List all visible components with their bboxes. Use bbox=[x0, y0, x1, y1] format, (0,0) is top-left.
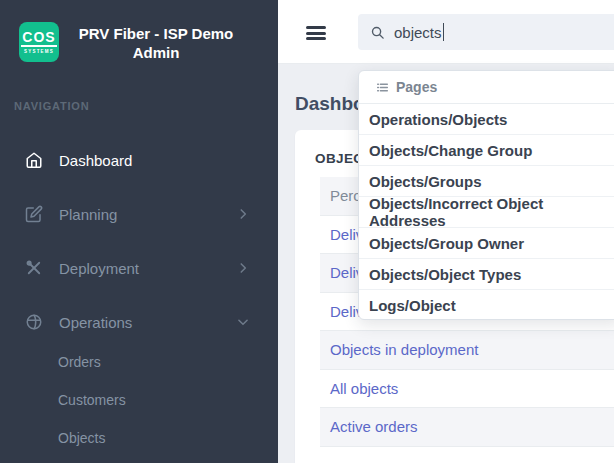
logo-subtext: SYSTEMS bbox=[24, 49, 54, 54]
sidebar-item-dashboard[interactable]: Dashboard bbox=[0, 133, 278, 187]
topbar: objects bbox=[278, 0, 614, 64]
sidebar-subitem-orders[interactable]: Orders bbox=[0, 343, 278, 381]
sidebar-item-label: Dashboard bbox=[59, 152, 132, 169]
table-row[interactable]: All objects bbox=[320, 370, 614, 409]
app-title: PRV Fiber - ISP Demo Admin bbox=[62, 24, 250, 62]
row-link[interactable]: Active orders bbox=[330, 418, 418, 435]
dropdown-header: Pages bbox=[359, 71, 614, 104]
app-window: COS SYSTEMS PRV Fiber - ISP Demo Admin N… bbox=[0, 0, 614, 463]
menu-toggle-icon[interactable] bbox=[306, 26, 326, 40]
chevron-right-icon bbox=[236, 261, 250, 275]
tools-icon bbox=[25, 259, 43, 277]
sidebar-subitem-customers[interactable]: Customers bbox=[0, 381, 278, 419]
globe-icon bbox=[25, 313, 43, 331]
sidebar-item-label: Deployment bbox=[59, 260, 139, 277]
table-row[interactable]: Objects in deployment bbox=[320, 331, 614, 370]
search-results-dropdown: Pages Operations/Objects Objects/Change … bbox=[358, 70, 614, 320]
sidebar-subitem-label: Orders bbox=[58, 354, 101, 370]
sidebar-subitem-label: Objects bbox=[58, 430, 105, 446]
search-result-item[interactable]: Logs/Object bbox=[359, 290, 614, 321]
list-icon bbox=[376, 81, 389, 94]
sidebar-item-label: Planning bbox=[59, 206, 117, 223]
sidebar-item-planning[interactable]: Planning bbox=[0, 187, 278, 241]
sidebar-item-label: Operations bbox=[59, 314, 132, 331]
search-value: objects bbox=[394, 24, 442, 41]
sidebar-item-deployment[interactable]: Deployment bbox=[0, 241, 278, 295]
row-label: Perc bbox=[330, 187, 361, 204]
search-result-item[interactable]: Objects/Groups bbox=[359, 166, 614, 197]
sidebar-subitem-label: Customers bbox=[58, 392, 126, 408]
nav-section-label: NAVIGATION bbox=[14, 100, 89, 112]
search-result-item[interactable]: Operations/Objects bbox=[359, 104, 614, 135]
search-result-item[interactable]: Objects/Change Group bbox=[359, 135, 614, 166]
search-result-item[interactable]: Objects/Object Types bbox=[359, 259, 614, 290]
brand[interactable]: COS SYSTEMS PRV Fiber - ISP Demo Admin bbox=[0, 0, 278, 84]
logo-text: COS bbox=[21, 30, 56, 47]
row-link[interactable]: Objects in deployment bbox=[330, 341, 478, 358]
chevron-down-icon bbox=[236, 315, 250, 329]
sidebar-item-operations[interactable]: Operations bbox=[0, 295, 278, 349]
chevron-right-icon bbox=[236, 207, 250, 221]
search-input[interactable]: objects bbox=[358, 14, 614, 50]
table-row[interactable]: Active orders bbox=[320, 408, 614, 447]
text-caret bbox=[443, 23, 445, 41]
cos-systems-logo: COS SYSTEMS bbox=[19, 22, 59, 62]
sidebar: COS SYSTEMS PRV Fiber - ISP Demo Admin N… bbox=[0, 0, 278, 463]
sidebar-subitem-objects[interactable]: Objects bbox=[0, 419, 278, 457]
search-result-item[interactable]: Objects/Incorrect Object Addresses bbox=[359, 197, 614, 228]
home-icon bbox=[25, 151, 43, 169]
dropdown-header-label: Pages bbox=[396, 79, 437, 95]
edit-icon bbox=[25, 205, 43, 223]
search-icon bbox=[370, 25, 385, 40]
row-link[interactable]: All objects bbox=[330, 380, 398, 397]
search-result-item[interactable]: Objects/Group Owner bbox=[359, 228, 614, 259]
